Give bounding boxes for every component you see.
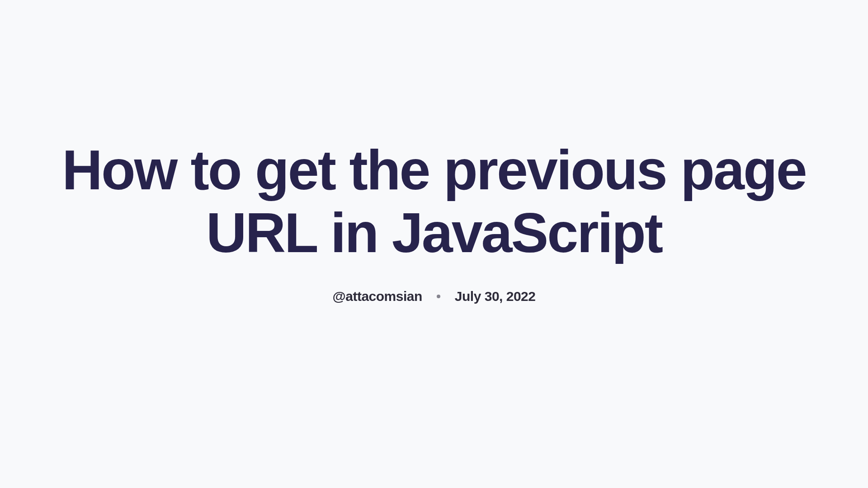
content-container: How to get the previous page URL in Java… xyxy=(0,139,868,305)
publish-date: July 30, 2022 xyxy=(455,289,536,304)
author-handle: @attacomsian xyxy=(333,289,422,304)
article-meta: @attacomsian July 30, 2022 xyxy=(27,289,841,304)
bullet-separator-icon xyxy=(437,295,440,298)
article-title: How to get the previous page URL in Java… xyxy=(27,139,841,264)
